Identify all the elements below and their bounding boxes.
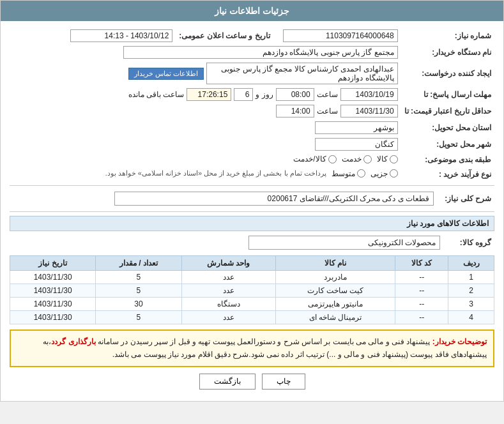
col-kod: کد کالا <box>395 256 448 271</box>
desc-label: توضیحات خریدار: <box>432 337 487 346</box>
cell-tarikh: 1403/11/30 <box>10 311 96 324</box>
cell-radif: 2 <box>448 284 494 298</box>
cell-radif: 3 <box>448 298 494 311</box>
cell-kod: -- <box>395 271 448 284</box>
label-gorohe-kala: گروه کالا: <box>443 234 494 252</box>
label-shomare-niaz: شماره نیاز: <box>401 27 494 44</box>
cell-radif: 1 <box>448 271 494 284</box>
cell-kod: -- <box>395 311 448 324</box>
cell-name: ترمینال شاخه ای <box>276 311 395 324</box>
value-nam-dastgah: مجتمع گاز پارس جنوبی پالایشگاه دوازدهم <box>10 44 401 61</box>
table-row: 2 -- کیت ساخت کارت عدد 5 1403/11/30 <box>10 284 494 298</box>
cell-name: مانیتور هایپرتزمی <box>276 298 395 311</box>
cell-tedad: 30 <box>96 298 181 311</box>
col-tarikh: تاریخ نیاز <box>10 256 96 271</box>
label-saat2: ساعت <box>317 107 338 116</box>
radio-kala[interactable]: کالا <box>377 155 398 163</box>
label-noefar: نوع فرآیند خرید : <box>401 167 494 182</box>
cell-vahed: دستگاه <box>181 298 276 311</box>
btn-back[interactable]: بازگشت <box>199 374 256 390</box>
cell-name: کیت ساخت کارت <box>276 284 395 298</box>
cell-tarikh: 1403/11/30 <box>10 271 96 284</box>
section-kala-header: اطلاعات کالاهای مورد نیاز <box>10 216 494 231</box>
desc-highlight: بارگذاری گردد <box>51 337 95 346</box>
col-tedad: تعداد / مقدار <box>96 256 181 271</box>
cell-tedad: 5 <box>96 284 181 298</box>
table-row: 1 -- مادربرد عدد 5 1403/11/30 <box>10 271 494 284</box>
cell-tedad: 5 <box>96 271 181 284</box>
goods-table: ردیف کد کالا نام کالا واحد شمارش تعداد /… <box>10 255 494 324</box>
label-tabaghebandi: طبقه بندی موضوعی: <box>401 153 494 167</box>
radio-jozyi[interactable]: جزیی <box>370 169 398 178</box>
btn-print[interactable]: چاپ <box>262 374 305 390</box>
label-sharh-niaz: شرح کلی نیاز: <box>437 190 494 208</box>
cell-tarikh: 1403/11/30 <box>10 284 96 298</box>
cell-name: مادربرد <box>276 271 395 284</box>
label-ijad: ایجاد کننده درخواست: <box>401 61 494 86</box>
value-ijad: عبدالهادی احمدی کارشناس کالا مجمع گاز پا… <box>10 61 401 86</box>
page-title: جزئیات اطلاعات نیاز <box>215 6 289 16</box>
button-row: چاپ بازگشت <box>10 374 494 390</box>
label-saat: ساعت <box>317 90 338 99</box>
farayand-desc: پرداخت تمام با بخشی از مبلغ خرید از محل … <box>105 169 326 178</box>
cell-tedad: 5 <box>96 311 181 324</box>
label-tarikh-saat: تاریخ و ساعت اعلان عمومی: <box>176 27 273 44</box>
label-rooz: روز و <box>256 90 273 99</box>
col-name: نام کالا <box>276 256 395 271</box>
radio-kala-khadamat[interactable]: کالا/خدمت <box>293 155 336 163</box>
col-radif: ردیف <box>448 256 494 271</box>
cell-vahed: عدد <box>181 284 276 298</box>
label-baqi: ساعت باقی مانده <box>128 90 185 99</box>
col-vahed: واحد شمارش <box>181 256 276 271</box>
label-ostan: استان محل تحویل: <box>401 119 494 136</box>
label-jadaval: حداقل تاریخ اعتبار قیمت: تا <box>401 103 494 119</box>
cell-kod: -- <box>395 298 448 311</box>
label-mohlat: مهلت ارسال پاسخ: تا <box>401 86 494 103</box>
page-header: جزئیات اطلاعات نیاز <box>1 1 503 21</box>
label-nam-dastgah: نام دستگاه خریدار: <box>401 44 494 61</box>
cell-vahed: عدد <box>181 311 276 324</box>
btn-etelaat-tamas[interactable]: اطلاعات تماس خریدار <box>128 68 204 80</box>
radio-khadamat[interactable]: خدمت <box>342 155 372 163</box>
value-sharh-niaz: قطعات ی دکی محرک الکتریکی///تقاضای 02006… <box>10 190 437 208</box>
cell-radif: 4 <box>448 311 494 324</box>
cell-vahed: عدد <box>181 271 276 284</box>
table-row: 4 -- ترمینال شاخه ای عدد 5 1403/11/30 <box>10 311 494 324</box>
radio-motawaset[interactable]: متوسط <box>332 169 365 178</box>
value-gorohe-kala: محصولات الکترونیکی <box>248 236 440 250</box>
table-row: 3 -- مانیتور هایپرتزمی دستگاه 30 1403/11… <box>10 298 494 311</box>
label-shahr: شهر محل تحویل: <box>401 136 494 153</box>
desc-box: توضیحات خریدار: پیشنهاد فنی و مالی می با… <box>10 329 494 367</box>
cell-tarikh: 1403/11/30 <box>10 298 96 311</box>
value-tarikh-saat: 1403/10/12 - 14:13 <box>10 27 176 44</box>
desc-text: پیشنهاد فنی و مالی می بایست بر اساس شرح … <box>43 337 487 359</box>
value-shomare-niaz: 1103097164000648 <box>273 27 401 44</box>
cell-kod: -- <box>395 284 448 298</box>
